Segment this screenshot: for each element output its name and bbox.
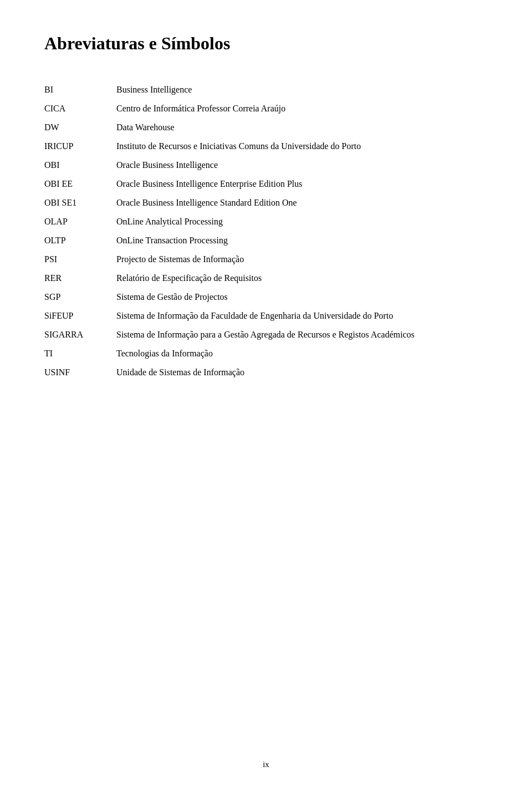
- abbreviation-definition: Relatório de Especificação de Requisitos: [116, 269, 488, 288]
- page-title: Abreviaturas e Símbolos: [44, 33, 488, 54]
- abbreviation-definition: Instituto de Recursos e Iniciativas Comu…: [116, 137, 488, 156]
- abbreviation-term: OLAP: [44, 212, 116, 231]
- abbreviation-definition: Unidade de Sistemas de Informação: [116, 363, 488, 382]
- table-row: BIBusiness Intelligence: [44, 80, 488, 99]
- abbreviation-definition: Oracle Business Intelligence: [116, 156, 488, 175]
- abbreviation-term: RER: [44, 269, 116, 288]
- abbreviation-term: TI: [44, 344, 116, 363]
- abbreviation-definition: Sistema de Gestão de Projectos: [116, 288, 488, 306]
- abbreviation-term: OBI: [44, 156, 116, 175]
- abbreviation-definition: Data Warehouse: [116, 118, 488, 137]
- abbreviation-term: CICA: [44, 99, 116, 118]
- abbreviation-term: DW: [44, 118, 116, 137]
- abbreviation-definition: Oracle Business Intelligence Standard Ed…: [116, 193, 488, 212]
- abbreviation-term: OLTP: [44, 231, 116, 250]
- abbreviation-term: OBI SE1: [44, 193, 116, 212]
- abbreviation-term: PSI: [44, 250, 116, 269]
- table-row: OBI EEOracle Business Intelligence Enter…: [44, 175, 488, 193]
- abbreviation-definition: Sistema de Informação para a Gestão Agre…: [116, 325, 488, 344]
- abbreviation-definition: Sistema de Informação da Faculdade de En…: [116, 306, 488, 325]
- table-row: OBI SE1Oracle Business Intelligence Stan…: [44, 193, 488, 212]
- abbreviation-term: BI: [44, 80, 116, 99]
- abbreviation-term: SGP: [44, 288, 116, 306]
- table-row: TITecnologias da Informação: [44, 344, 488, 363]
- abbreviation-definition: Tecnologias da Informação: [116, 344, 488, 363]
- table-row: RERRelatório de Especificação de Requisi…: [44, 269, 488, 288]
- abbreviation-term: OBI EE: [44, 175, 116, 193]
- abbreviation-definition: Projecto de Sistemas de Informação: [116, 250, 488, 269]
- abbreviations-table: BIBusiness IntelligenceCICACentro de Inf…: [44, 80, 488, 382]
- abbreviation-definition: Oracle Business Intelligence Enterprise …: [116, 175, 488, 193]
- table-row: OLTPOnLine Transaction Processing: [44, 231, 488, 250]
- table-row: DWData Warehouse: [44, 118, 488, 137]
- table-row: CICACentro de Informática Professor Corr…: [44, 99, 488, 118]
- table-row: SIGARRASistema de Informação para a Gest…: [44, 325, 488, 344]
- abbreviation-term: SIGARRA: [44, 325, 116, 344]
- table-row: IRICUPInstituto de Recursos e Iniciativa…: [44, 137, 488, 156]
- abbreviation-term: SiFEUP: [44, 306, 116, 325]
- table-row: SGPSistema de Gestão de Projectos: [44, 288, 488, 306]
- abbreviation-definition: OnLine Transaction Processing: [116, 231, 488, 250]
- table-row: OBIOracle Business Intelligence: [44, 156, 488, 175]
- abbreviation-definition: OnLine Analytical Processing: [116, 212, 488, 231]
- table-row: PSIProjecto de Sistemas de Informação: [44, 250, 488, 269]
- abbreviation-term: IRICUP: [44, 137, 116, 156]
- table-row: SiFEUPSistema de Informação da Faculdade…: [44, 306, 488, 325]
- abbreviation-term: USINF: [44, 363, 116, 382]
- page-footer: ix: [0, 760, 532, 769]
- abbreviation-definition: Business Intelligence: [116, 80, 488, 99]
- table-row: USINFUnidade de Sistemas de Informação: [44, 363, 488, 382]
- table-row: OLAPOnLine Analytical Processing: [44, 212, 488, 231]
- abbreviation-definition: Centro de Informática Professor Correia …: [116, 99, 488, 118]
